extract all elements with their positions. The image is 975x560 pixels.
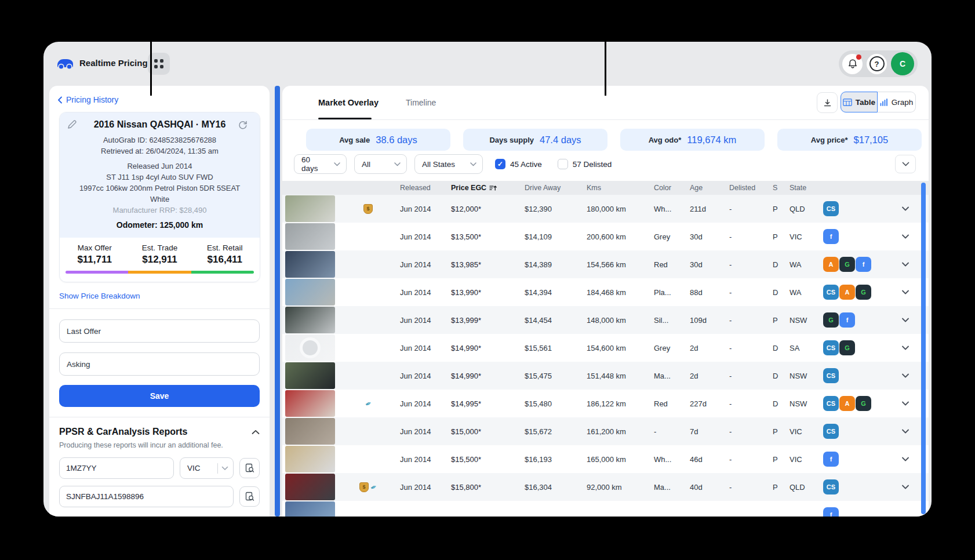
column-header-price-egc[interactable]: Price EGC xyxy=(451,184,525,192)
reports-title: PPSR & CarAnalysis Reports xyxy=(59,427,187,437)
cell-s: D xyxy=(773,372,790,380)
save-button[interactable]: Save xyxy=(59,385,260,407)
back-to-pricing-history-link[interactable]: Pricing History xyxy=(57,95,270,104)
source-badge-CS[interactable]: CS xyxy=(823,479,839,494)
collapse-filters-button[interactable] xyxy=(895,155,916,173)
tab-timeline[interactable]: Timeline xyxy=(406,86,436,119)
table-row[interactable]: ✒Jun 2014$14,995*$15,480186,122 kmRed227… xyxy=(282,390,929,417)
source-badge-CS[interactable]: CS xyxy=(823,424,839,439)
table-view-button[interactable]: Table xyxy=(841,92,878,112)
cell-s: D xyxy=(773,344,790,352)
source-badge-G[interactable]: G xyxy=(839,340,855,355)
table-scrollbar[interactable] xyxy=(921,183,926,514)
vin-report-button[interactable] xyxy=(239,486,260,507)
column-header-state[interactable]: State xyxy=(790,184,823,192)
active-filter-checkbox[interactable]: ✓ 45 Active xyxy=(495,159,542,169)
source-badge-A[interactable]: A xyxy=(823,257,839,272)
app-title: Realtime Pricing xyxy=(79,58,148,68)
cell-state: VIC xyxy=(790,427,823,436)
tab-market-overlay[interactable]: Market Overlay xyxy=(318,86,379,119)
download-button[interactable] xyxy=(817,92,838,113)
cell-price: $15,000* xyxy=(451,427,525,436)
source-badge-f[interactable]: f xyxy=(823,452,839,467)
table-row[interactable]: Jun 2014$13,990*$14,394184,468 kmPla...8… xyxy=(282,278,929,306)
sidebar-scrollbar[interactable] xyxy=(275,86,280,517)
notifications-button[interactable] xyxy=(842,54,863,74)
cell-kms: 186,122 km xyxy=(587,399,654,408)
rego-input[interactable] xyxy=(59,457,174,479)
stat-value: 38.6 days xyxy=(376,134,417,146)
show-price-breakdown-link[interactable]: Show Price Breakdown xyxy=(59,292,270,300)
cell-s: D xyxy=(773,260,790,269)
asking-input[interactable] xyxy=(59,352,260,376)
period-value: 60 days xyxy=(301,155,328,173)
column-header-age[interactable]: Age xyxy=(690,184,729,192)
source-badge-G[interactable]: G xyxy=(823,312,839,328)
source-badge-A[interactable]: A xyxy=(839,285,855,300)
table-row[interactable]: $Jun 2014$12,000*$12,390180,000 kmWh...2… xyxy=(282,195,929,223)
filters-row: 60 days All All States ✓ 45 Active xyxy=(294,154,916,174)
source-badge-f[interactable]: f xyxy=(839,312,855,328)
source-badge-CS[interactable]: CS xyxy=(823,340,839,355)
feather-icon: ✒ xyxy=(369,482,378,492)
table-header: ReleasedPrice EGCDrive AwayKmsColorAgeDe… xyxy=(282,181,929,195)
divider xyxy=(49,417,270,417)
cell-s: P xyxy=(773,232,790,241)
table-row[interactable]: Jun 2014$13,985*$14,389154,566 kmRed30d-… xyxy=(282,250,929,278)
column-header-drive-away[interactable]: Drive Away xyxy=(525,184,587,192)
source-badge-CS[interactable]: CS xyxy=(823,396,839,411)
table-row[interactable]: Jun 2014$13,999*$14,454148,000 kmSil...1… xyxy=(282,306,929,334)
rego-state-select[interactable]: VIC xyxy=(180,457,234,479)
source-badge-G[interactable]: G xyxy=(856,396,871,411)
table-row[interactable]: $✒Jun 2014$15,800*$16,30492,000 kmMa...4… xyxy=(282,473,929,501)
source-badge-G[interactable]: G xyxy=(856,285,871,300)
cell-kms: 184,468 km xyxy=(587,288,654,297)
help-button[interactable]: ? xyxy=(867,54,887,74)
source-badge-f[interactable]: f xyxy=(856,257,871,272)
column-header-released[interactable]: Released xyxy=(400,184,451,192)
cell-color: Ma... xyxy=(654,372,690,380)
rego-report-button[interactable] xyxy=(239,458,260,478)
annotation-line xyxy=(150,0,152,96)
active-tab-underline xyxy=(318,118,372,119)
chevron-down-icon xyxy=(901,371,910,380)
table-row[interactable]: Jun 2014$15,500*$16,193165,000 kmWh...46… xyxy=(282,445,929,473)
cell-s: D xyxy=(773,288,790,297)
thumbnail-cell xyxy=(285,501,336,517)
cell-delisted: - xyxy=(729,483,773,492)
cell-delisted: - xyxy=(729,260,773,269)
source-badge-f[interactable]: f xyxy=(823,507,839,517)
document-search-icon xyxy=(245,492,254,501)
source-badge-CS[interactable]: CS xyxy=(823,201,839,216)
delisted-filter-checkbox[interactable]: 57 Delisted xyxy=(558,159,612,169)
last-offer-input[interactable] xyxy=(59,319,260,343)
states-select[interactable]: All States xyxy=(414,154,483,174)
vin-input[interactable] xyxy=(59,486,234,507)
table-row[interactable]: Jun 2014$13,500*$14,109200,600 kmGrey30d… xyxy=(282,223,929,250)
column-header-delisted[interactable]: Delisted xyxy=(729,184,773,192)
column-header-s[interactable]: S xyxy=(773,184,790,192)
source-badge-A[interactable]: A xyxy=(839,396,855,411)
listing-type-select[interactable]: All xyxy=(354,154,407,174)
source-badge-CS[interactable]: CS xyxy=(823,285,839,300)
user-avatar[interactable]: C xyxy=(891,52,914,75)
price-metric-label: Est. Retail xyxy=(192,243,257,252)
table-row[interactable]: Jun 2014$14,990*$15,475151,448 kmMa...2d… xyxy=(282,362,929,390)
graph-view-button[interactable]: Graph xyxy=(878,92,916,112)
active-filter-label: 45 Active xyxy=(510,160,542,169)
source-badge-f[interactable]: f xyxy=(823,229,839,244)
cell-price: $14,990* xyxy=(451,372,525,380)
edit-pencil-icon[interactable] xyxy=(67,119,77,130)
table-row[interactable]: Jun 2014$14,990*$15,561154,600 kmGrey2d-… xyxy=(282,334,929,362)
graph-icon xyxy=(880,99,888,106)
column-header-color[interactable]: Color xyxy=(654,184,690,192)
table-row[interactable]: f xyxy=(282,501,929,517)
column-header-kms[interactable]: Kms xyxy=(587,184,654,192)
source-badge-CS[interactable]: CS xyxy=(823,368,839,383)
period-select[interactable]: 60 days xyxy=(294,154,347,174)
collapse-section-chevron-up-icon[interactable] xyxy=(252,430,260,435)
refresh-icon[interactable] xyxy=(238,119,248,130)
table-row[interactable]: Jun 2014$15,000*$15,672161,200 km-7d-PVI… xyxy=(282,417,929,445)
source-badge-G[interactable]: G xyxy=(839,257,855,272)
vehicle-thumbnail xyxy=(285,195,335,222)
